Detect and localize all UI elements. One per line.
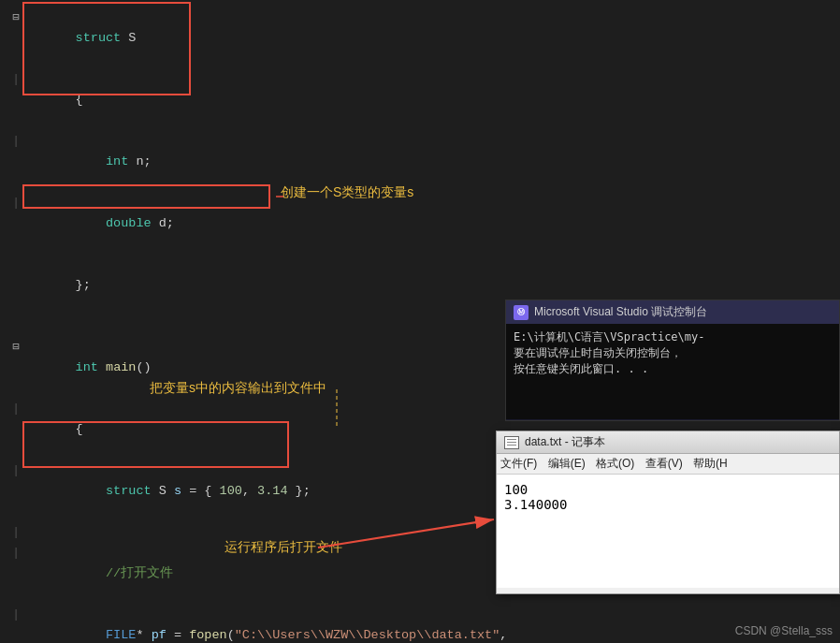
menu-format[interactable]: 格式(O) bbox=[596, 457, 634, 470]
menu-help[interactable]: 帮助(H bbox=[693, 457, 728, 470]
annotation-write: 把变量s中的内容输出到文件中 bbox=[150, 380, 326, 397]
debug-titlebar: Ⓜ Microsoft Visual Studio 调试控制台 bbox=[506, 300, 839, 324]
notepad-window: data.txt - 记事本 文件(F) 编辑(E) 格式(O) 查看(V) 帮… bbox=[496, 431, 840, 594]
notepad-line-1: 100 bbox=[504, 482, 832, 497]
code-content-3: int n; bbox=[30, 131, 505, 193]
menu-file[interactable]: 文件(F) bbox=[500, 457, 537, 470]
code-line-9: | struct S s = { 100, 3.14 }; bbox=[7, 460, 505, 522]
code-content-9: struct S s = { 100, 3.14 }; bbox=[30, 460, 505, 522]
csdn-watermark: CSDN @Stella_sss bbox=[735, 624, 833, 637]
keyword-struct: struct bbox=[76, 31, 122, 45]
debug-console: Ⓜ Microsoft Visual Studio 调试控制台 E:\计算机\C… bbox=[505, 300, 840, 421]
code-content-4: double d; bbox=[30, 193, 505, 255]
code-content-1: struct S bbox=[30, 7, 505, 69]
code-line-6 bbox=[7, 316, 505, 337]
gutter-9: | bbox=[7, 460, 24, 481]
code-content-2: { bbox=[30, 69, 505, 131]
code-line-1: ⊟ struct S bbox=[7, 7, 505, 69]
debug-title: Microsoft Visual Studio 调试控制台 bbox=[534, 304, 707, 320]
code-line-4: | double d; bbox=[7, 193, 505, 255]
vs-icon: Ⓜ bbox=[514, 305, 529, 320]
code-line-5: }; bbox=[7, 255, 505, 316]
code-content-12: FILE* pf = fopen("C:\\Users\\WZW\\Deskto… bbox=[30, 605, 505, 643]
code-line-12: | FILE* pf = fopen("C:\\Users\\WZW\\Desk… bbox=[7, 605, 505, 643]
code-content-5: }; bbox=[30, 255, 505, 316]
notepad-menubar: 文件(F) 编辑(E) 格式(O) 查看(V) 帮助(H bbox=[497, 454, 839, 475]
gutter-11: | bbox=[7, 543, 24, 563]
code-content-8: { bbox=[30, 399, 505, 460]
debug-line-2: 要在调试停止时自动关闭控制台， bbox=[514, 345, 832, 361]
debug-body: E:\计算机\C语言\VSpractice\my- 要在调试停止时自动关闭控制台… bbox=[506, 324, 839, 419]
menu-edit[interactable]: 编辑(E) bbox=[548, 457, 586, 470]
gutter-4: | bbox=[7, 193, 24, 213]
debug-line-1: E:\计算机\C语言\VSpractice\my- bbox=[514, 329, 832, 345]
gutter-12: | bbox=[7, 605, 24, 625]
code-line-8: | { bbox=[7, 399, 505, 460]
gutter-8: | bbox=[7, 399, 24, 419]
gutter-3: | bbox=[7, 131, 24, 152]
notepad-line-2: 3.140000 bbox=[504, 497, 832, 512]
code-line-2: | { bbox=[7, 69, 505, 131]
annotation-run: 运行程序后打开文件 bbox=[224, 539, 342, 556]
notepad-body: 100 3.140000 bbox=[497, 475, 839, 588]
menu-view[interactable]: 查看(V) bbox=[645, 457, 683, 470]
gutter-7: ⊟ bbox=[7, 337, 24, 358]
gutter-2: | bbox=[7, 69, 24, 90]
annotation-struct-var: 创建一个S类型的变量s bbox=[281, 184, 413, 201]
debug-line-3: 按任意键关闭此窗口. . . bbox=[514, 361, 832, 377]
notepad-icon bbox=[504, 436, 519, 449]
gutter-1: ⊟ bbox=[7, 7, 24, 28]
notepad-title: data.txt - 记事本 bbox=[525, 434, 605, 450]
code-line-3: | int n; bbox=[7, 131, 505, 193]
notepad-titlebar: data.txt - 记事本 bbox=[497, 431, 839, 454]
